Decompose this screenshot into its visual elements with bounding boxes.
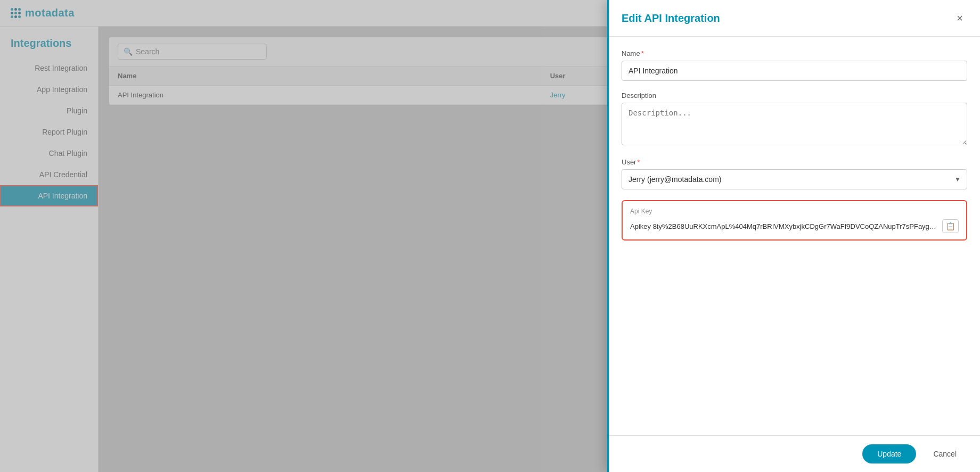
- description-field-group: Description: [622, 92, 967, 147]
- copy-api-key-button[interactable]: 📋: [942, 219, 959, 233]
- user-select[interactable]: Jerry (jerry@motadata.com): [622, 169, 967, 189]
- modal-close-button[interactable]: ×: [952, 11, 967, 26]
- name-label: Name*: [622, 49, 967, 57]
- description-textarea[interactable]: [622, 103, 967, 145]
- cancel-button[interactable]: Cancel: [922, 444, 967, 463]
- user-label: User*: [622, 158, 967, 166]
- description-label: Description: [622, 92, 967, 100]
- name-input[interactable]: [622, 61, 967, 81]
- user-field-group: User* Jerry (jerry@motadata.com) ▼: [622, 158, 967, 189]
- modal-footer: Update Cancel: [609, 435, 980, 472]
- api-key-value: Apikey 8ty%2B68UuRKXcmApL%404Mq7rBRIVMXy…: [630, 222, 938, 230]
- copy-icon: 📋: [946, 222, 955, 230]
- api-key-section: Api Key Apikey 8ty%2B68UuRKXcmApL%404Mq7…: [622, 200, 967, 241]
- edit-api-modal: Edit API Integration × Name* Description…: [607, 0, 980, 472]
- user-select-container: Jerry (jerry@motadata.com) ▼: [622, 169, 967, 189]
- modal-header: Edit API Integration ×: [609, 0, 980, 37]
- modal-title: Edit API Integration: [622, 12, 720, 24]
- api-key-row: Apikey 8ty%2B68UuRKXcmApL%404Mq7rBRIVMXy…: [630, 219, 959, 233]
- update-button[interactable]: Update: [862, 444, 916, 463]
- api-key-label: Api Key: [630, 208, 959, 215]
- name-required-star: *: [641, 49, 644, 57]
- name-field-group: Name*: [622, 49, 967, 81]
- user-required-star: *: [637, 158, 640, 166]
- modal-body: Name* Description User* Jerry (jerry@mot…: [609, 37, 980, 435]
